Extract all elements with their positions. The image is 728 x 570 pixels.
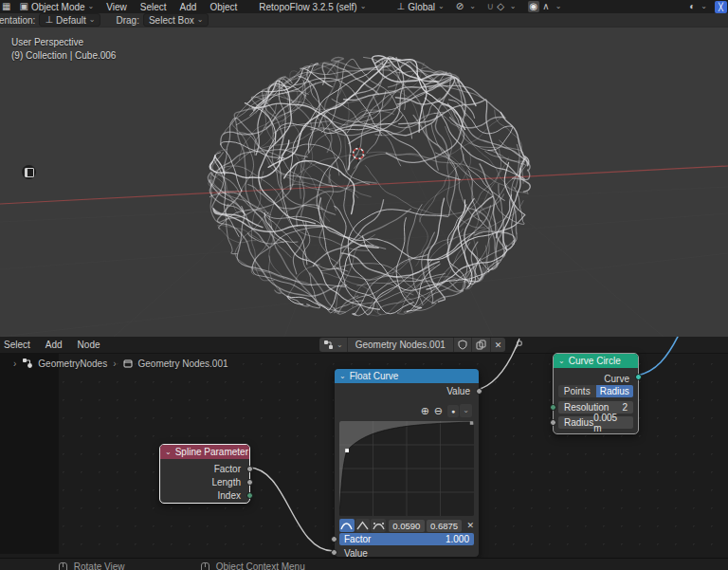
zoom-in-icon[interactable]: ⊕ bbox=[421, 406, 429, 416]
curve-widget-toolbar: ⊕ ⊖ ● ⌄ bbox=[416, 404, 472, 417]
radius-label: Radius bbox=[564, 417, 593, 428]
chevron-down-icon: ⌄ bbox=[510, 3, 517, 10]
retopoflow-menu[interactable]: RetopoFlow 3.2.5 (self) ⌄ bbox=[253, 1, 372, 13]
object-mode-icon: ▣ bbox=[19, 2, 27, 11]
socket-factor-input[interactable] bbox=[331, 536, 337, 542]
shield-icon bbox=[458, 340, 467, 350]
transform-orientation-dropdown[interactable]: ⊥ Global ⌄ bbox=[392, 1, 447, 13]
noodle-factor-to-value bbox=[248, 468, 334, 551]
menu-node-add[interactable]: Add bbox=[38, 340, 70, 350]
x-axis-line bbox=[0, 166, 728, 204]
falloff-icon: ∧ bbox=[542, 2, 549, 11]
proportional-editing-dropdown[interactable]: ◉ ∧ ⌄ bbox=[524, 1, 566, 13]
node-header[interactable]: ⌄ Float Curve bbox=[335, 369, 479, 383]
point-x-field[interactable]: 0.0590 bbox=[389, 520, 425, 532]
socket-resolution-input[interactable] bbox=[550, 404, 556, 411]
chevron-down-icon[interactable]: ⌄ bbox=[460, 404, 472, 417]
tool-orientation-value: Default bbox=[56, 15, 86, 26]
tool-orientation-dropdown[interactable]: ⊥ Default ⌄ bbox=[39, 13, 100, 27]
browse-node-tree-button[interactable]: ⌄ bbox=[319, 338, 348, 352]
menu-add[interactable]: Add bbox=[173, 2, 204, 12]
close-icon: ✕ bbox=[495, 340, 502, 350]
menu-select[interactable]: Select bbox=[134, 2, 173, 12]
curve-widget[interactable] bbox=[339, 421, 474, 516]
snap-dropdown[interactable]: ∪ ◇ ⌄ bbox=[483, 1, 520, 13]
node-curve-circle[interactable]: ⌄ Curve Circle Curve Points Radius Resol… bbox=[553, 353, 639, 434]
chevron-down-icon: ⌄ bbox=[197, 16, 204, 24]
pin-icon[interactable] bbox=[513, 340, 524, 351]
points-mode-button[interactable]: Points bbox=[558, 385, 596, 397]
statusbar-context-menu-hint: Object Context Menu bbox=[201, 561, 305, 570]
mouse-rmb-icon bbox=[201, 562, 209, 570]
radius-field[interactable]: Radius 0.005 m bbox=[558, 416, 633, 429]
delete-point-icon[interactable]: ✕ bbox=[466, 521, 474, 530]
node-header[interactable]: ⌄ Curve Circle bbox=[554, 354, 638, 368]
wireframe-curve-object[interactable] bbox=[208, 56, 530, 316]
point-y-field[interactable]: 0.6875 bbox=[427, 520, 463, 532]
curve-point-selected[interactable] bbox=[345, 449, 349, 452]
drag-mode-dropdown[interactable]: Select Box ⌄ bbox=[143, 13, 209, 27]
points-mode-label: Points bbox=[564, 386, 591, 396]
collapse-chevron-icon[interactable]: ⌄ bbox=[165, 448, 172, 456]
socket-radius-input[interactable] bbox=[550, 419, 556, 426]
statusbar-rotate-hint: Rotate View bbox=[59, 561, 125, 570]
status-bar: Rotate View Object Context Menu bbox=[0, 558, 728, 570]
mode-selector[interactable]: ▣ Object Mode ⌄ bbox=[13, 1, 100, 13]
new-copy-button[interactable] bbox=[472, 338, 491, 352]
curve-options-icon[interactable]: ● bbox=[447, 405, 459, 417]
collapse-chevron-icon[interactable]: ⌄ bbox=[339, 372, 346, 380]
pivot-icon: ⊘ bbox=[456, 2, 464, 11]
mode-label: Object Mode bbox=[31, 2, 85, 12]
orientation-icon: ⊥ bbox=[396, 2, 405, 11]
orientation-label: Global bbox=[408, 2, 435, 12]
orientation-setting-label: entation: bbox=[0, 15, 35, 26]
breadcrumb-tree-root[interactable]: GeometryNodes bbox=[38, 359, 107, 369]
radius-mode-button[interactable]: Radius bbox=[596, 385, 634, 397]
handle-auto-button[interactable] bbox=[339, 519, 355, 532]
menu-view[interactable]: View bbox=[100, 2, 134, 12]
drag-label: Drag: bbox=[116, 15, 138, 26]
socket-length-output[interactable] bbox=[246, 479, 253, 486]
breadcrumb-arrow-icon: › bbox=[113, 359, 116, 369]
chevron-down-icon: ⌄ bbox=[555, 3, 562, 10]
node-header[interactable]: ⌄ Spline Parameter bbox=[160, 445, 249, 459]
3d-viewport[interactable]: User Perspective (9) Collection | Cube.0… bbox=[0, 28, 728, 337]
menu-node-select[interactable]: Select bbox=[0, 340, 38, 350]
breadcrumb: › GeometryNodes › Geometry Nodes.001 bbox=[8, 358, 228, 369]
zoom-out-icon[interactable]: ⊖ bbox=[434, 406, 443, 416]
resolution-label: Resolution bbox=[564, 402, 609, 413]
socket-index-output[interactable] bbox=[246, 492, 253, 499]
rotate-view-label: Rotate View bbox=[74, 561, 125, 570]
socket-value-output[interactable] bbox=[476, 388, 482, 395]
chevron-down-icon: ⌄ bbox=[337, 341, 343, 349]
circle-mode-buttons: Points Radius bbox=[558, 385, 633, 397]
node-spline-parameter[interactable]: ⌄ Spline Parameter Factor Length Index bbox=[159, 444, 250, 504]
unlink-button[interactable]: ✕ bbox=[491, 338, 506, 352]
fake-user-button[interactable] bbox=[454, 338, 472, 352]
handle-vector-button[interactable] bbox=[355, 519, 371, 532]
shading-dropdown[interactable]: ◐ ⌄ bbox=[685, 1, 711, 13]
chevron-down-icon: ⌄ bbox=[89, 16, 96, 24]
pivot-point-dropdown[interactable]: ⊘ ⌄ bbox=[452, 1, 480, 13]
socket-factor-output[interactable] bbox=[246, 466, 253, 472]
editor-type-icon[interactable]: ▦ bbox=[2, 2, 10, 11]
menu-object[interactable]: Object bbox=[203, 2, 244, 12]
output-value: Value bbox=[335, 384, 479, 397]
shading-sphere-icon: ◐ bbox=[689, 2, 695, 11]
factor-slider[interactable]: Factor 1.000 bbox=[339, 533, 474, 545]
socket-curve-output[interactable] bbox=[635, 374, 642, 380]
curve-point-end[interactable] bbox=[470, 421, 474, 425]
collapse-chevron-icon[interactable]: ⌄ bbox=[558, 357, 565, 365]
snap-target-icon: ◇ bbox=[497, 2, 504, 11]
geometry-node-editor[interactable]: Select Add Node ⌄ Geometry Nodes.001 bbox=[0, 337, 728, 558]
breadcrumb-arrow-icon: › bbox=[13, 359, 16, 369]
menu-node-node[interactable]: Node bbox=[70, 340, 108, 350]
handle-auto-clamped-button[interactable] bbox=[371, 519, 386, 532]
socket-value-input[interactable] bbox=[331, 549, 337, 556]
node-tree-name-field[interactable]: Geometry Nodes.001 bbox=[348, 338, 454, 352]
retopoflow-label: RetopoFlow 3.2.5 (self) bbox=[259, 2, 356, 12]
active-object-label: (9) Collection | Cube.006 bbox=[11, 49, 116, 63]
breadcrumb-tree-current[interactable]: Geometry Nodes.001 bbox=[138, 359, 228, 369]
node-float-curve[interactable]: ⌄ Float Curve Value ⊕ ⊖ ● ⌄ bbox=[334, 368, 480, 558]
addon-tool-icon[interactable]: ╳ bbox=[715, 1, 727, 13]
